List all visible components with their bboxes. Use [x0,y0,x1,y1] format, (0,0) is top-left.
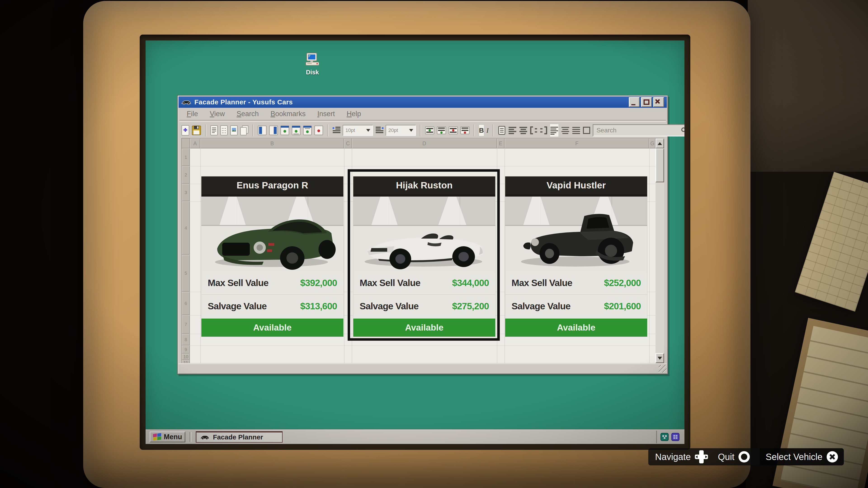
align-left-button[interactable] [508,124,517,137]
justify-left-button[interactable] [550,124,559,137]
delete-row-button[interactable] [448,124,458,137]
row-header[interactable]: 11 [182,360,190,363]
scroll-up-button[interactable] [655,138,664,149]
vehicle-image [353,194,495,271]
salvage-label: Salvage Value [512,301,570,312]
column-header-a[interactable]: A [190,138,200,149]
row-header[interactable]: 9 [182,346,190,354]
spacing-icon [375,126,384,135]
hud-quit[interactable]: Quit [718,451,750,462]
salvage-value: $201,600 [604,301,641,312]
align-block-button[interactable] [498,124,506,137]
row-header[interactable]: 4 [182,201,190,255]
row-header[interactable]: 2 [182,166,190,184]
max-sell-value: $252,000 [604,278,641,288]
availability-button[interactable]: Available [353,319,495,337]
column-header-f[interactable]: F [504,138,649,149]
indent-button[interactable] [540,124,548,137]
divider [327,125,328,136]
insert-row-below-button[interactable] [437,124,446,137]
salvage-label: Salvage Value [360,301,418,312]
row-header[interactable]: 1 [182,149,190,166]
view-page-green3-button[interactable] [303,124,312,137]
line-spacing-combo[interactable]: 20pt [375,125,416,136]
row-headers: 1 2 3 4 5 6 7 8 9 10 11 [182,149,190,363]
vehicle-card-hijak-ruston[interactable]: Hijak Ruston [353,176,495,337]
row-header[interactable]: 7 [182,315,190,334]
view-column-button[interactable] [269,124,278,137]
doc-image-button[interactable] [230,124,238,137]
hud-select-vehicle[interactable]: Select Vehicle [760,448,844,465]
save-button[interactable] [192,124,201,137]
outdent-button[interactable] [530,124,537,137]
doc-dotted-button[interactable] [220,124,228,137]
column-header-e[interactable]: E [497,138,504,149]
font-size-combo[interactable]: 10pt [332,125,373,136]
row-header[interactable]: 8 [182,334,190,346]
vehicle-name: Enus Paragon R [202,176,343,194]
delete-column-button[interactable] [460,124,470,137]
scroll-thumb[interactable] [655,149,664,182]
hud-navigate[interactable]: Navigate [655,450,708,463]
bold-button[interactable]: B [479,125,484,136]
view-page-red-button[interactable] [314,124,323,137]
row-header[interactable]: 5 [182,255,190,292]
new-document-button[interactable] [181,124,189,137]
justify-full-button[interactable] [572,124,581,137]
search-icon[interactable] [681,127,684,134]
divider [420,125,421,136]
copy-page-button[interactable] [240,124,249,137]
salvage-row: Salvage Value $313,600 [202,294,343,318]
close-button[interactable] [653,97,664,107]
tray-icon-apps[interactable] [671,433,680,441]
sheet-corner-cell[interactable] [182,138,190,149]
menu-view[interactable]: View [204,110,231,118]
vertical-scrollbar[interactable] [655,138,664,363]
taskbar-item-label: Facade Planner [213,433,263,441]
taskbar-item-facade-planner[interactable]: Facade Planner [196,431,283,443]
italic-button[interactable]: I [487,125,489,136]
minimize-button[interactable] [629,97,640,107]
availability-button[interactable]: Available [505,319,647,337]
doc-text-button[interactable] [210,124,218,137]
divider [180,120,666,122]
column-header-c[interactable]: C [344,138,352,149]
justify-center-button[interactable] [561,124,569,137]
search-input[interactable] [596,127,679,134]
toolbar: 10pt 20pt B I [178,122,668,139]
column-header-d[interactable]: D [352,138,497,149]
view-column-filled-button[interactable] [258,124,267,137]
salvage-value: $313,600 [300,301,337,312]
align-center-button[interactable] [519,124,528,137]
resize-grip[interactable] [659,365,666,372]
row-header[interactable]: 3 [182,184,190,201]
line-spacing-value: 20pt [388,127,398,133]
menu-file[interactable]: File [181,110,204,118]
status-bar [179,363,667,373]
maximize-button[interactable] [641,97,652,107]
scroll-down-button[interactable] [655,353,664,363]
window-titlebar[interactable]: Facade Planner - Yusufs Cars [179,96,667,108]
view-page-green2-button[interactable] [291,124,301,137]
row-header[interactable]: 10 [182,354,190,360]
column-header-g[interactable]: G [649,138,655,149]
vehicle-card-vapid-hustler[interactable]: Vapid Hustler [505,176,647,337]
row-header[interactable]: 6 [182,292,190,315]
start-menu-label: Menu [164,433,182,441]
desktop-icon-disk[interactable]: Disk [298,53,327,76]
insert-row-above-button[interactable] [425,124,434,137]
tray-icon-network[interactable] [660,433,669,441]
availability-button[interactable]: Available [202,319,343,337]
computer-icon [304,53,321,68]
column-header-b[interactable]: B [200,138,344,149]
menu-help[interactable]: Help [341,110,367,118]
room-wall [748,0,868,185]
vehicle-card-enus-paragon-r[interactable]: Enus Paragon R [202,176,343,337]
view-page-green-button[interactable] [280,124,289,137]
menu-bookmarks[interactable]: Bookmarks [265,110,311,118]
menu-insert[interactable]: Insert [311,110,341,118]
start-menu-button[interactable]: Menu [150,431,185,442]
page-border-button[interactable] [583,124,590,137]
divider [253,125,254,136]
menu-search[interactable]: Search [231,110,265,118]
